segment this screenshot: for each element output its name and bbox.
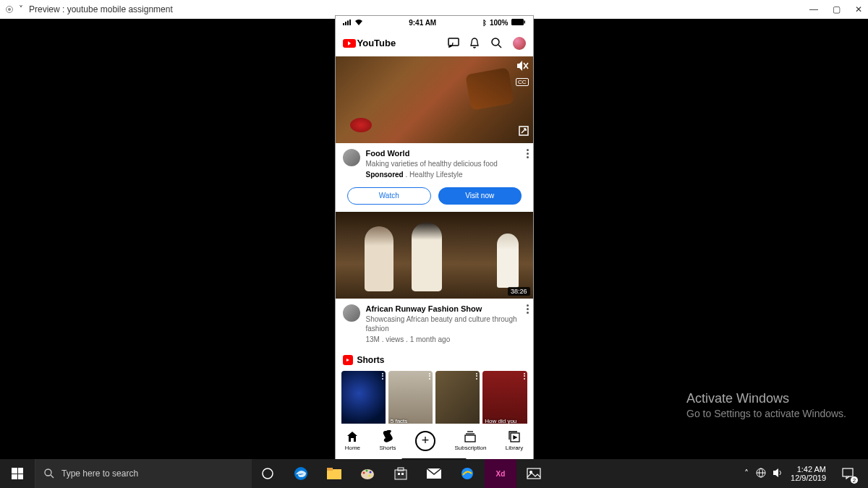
svg-rect-35 (527, 468, 540, 479)
svg-rect-21 (327, 468, 333, 471)
ie-button[interactable] (451, 459, 483, 488)
taskbar-search[interactable]: Type here to search (35, 459, 252, 488)
edge-button[interactable] (285, 459, 317, 488)
short-caption-2: 5 facts (391, 419, 430, 424)
short-menu-1[interactable] (382, 373, 383, 380)
ad-channel-name: Food World (366, 149, 526, 158)
ad-meta: Food World Making varieties of healthy d… (336, 143, 533, 184)
svg-rect-27 (395, 470, 407, 479)
short-menu-3[interactable] (476, 373, 477, 380)
battery-percent: 100% (490, 19, 509, 27)
svg-rect-6 (448, 38, 459, 46)
watermark-subtitle: Go to Settings to activate Windows. (686, 408, 846, 419)
bell-icon[interactable] (469, 38, 481, 49)
youtube-logo[interactable]: YouTube (343, 38, 396, 48)
phone-frame: 9:41 AM ᛒ 100% YouTube (335, 15, 534, 463)
notification-count: 2 (851, 476, 858, 484)
tray-time: 1:42 AM (791, 465, 826, 474)
nav-home[interactable]: Home (345, 430, 360, 451)
paint-button[interactable] (352, 459, 383, 488)
short-menu-4[interactable] (524, 373, 525, 380)
nav-home-label: Home (345, 445, 360, 451)
photos-button[interactable] (518, 459, 550, 488)
bottom-nav: Home Shorts + Subscription Library (336, 424, 533, 458)
store-button[interactable] (385, 459, 417, 488)
nav-library-label: Library (506, 445, 523, 451)
shorts-heading: Shorts (336, 349, 533, 368)
search-icon[interactable] (491, 38, 503, 49)
chevron-down-icon[interactable]: ˅ (19, 4, 23, 14)
minimize-button[interactable]: — (809, 4, 818, 14)
preview-canvas: 9:41 AM ᛒ 100% YouTube (0, 19, 868, 459)
watch-button[interactable]: Watch (347, 187, 432, 205)
network-icon[interactable] (756, 468, 766, 480)
short-menu-2[interactable] (429, 373, 430, 380)
cortana-button[interactable] (252, 459, 284, 488)
cc-icon[interactable]: CC (516, 78, 529, 86)
svg-rect-40 (843, 468, 853, 476)
video-menu-button[interactable] (527, 304, 529, 314)
short-item-3[interactable] (435, 371, 480, 424)
short-caption-4: How did you (485, 419, 524, 424)
nav-subscriptions[interactable]: Subscription (454, 430, 486, 451)
shorts-nav-icon (381, 430, 394, 443)
ad-description: Making varieties of healthy delicious fo… (366, 159, 526, 168)
tray-date: 12/9/2019 (791, 474, 826, 482)
windows-activation-watermark: Activate Windows Go to Settings to activ… (686, 391, 846, 419)
expand-icon[interactable] (519, 126, 529, 139)
taskbar: Type here to search Xd ˄ 1:42 AM 12/9/20… (0, 459, 868, 488)
video-description: Showcasing African beauty and culture th… (366, 314, 526, 333)
short-item-2[interactable]: 5 facts (388, 371, 433, 424)
nav-subs-label: Subscription (454, 445, 486, 451)
volume-icon[interactable] (773, 468, 783, 479)
svg-point-18 (263, 468, 273, 479)
youtube-feed[interactable]: CC Food World Making varieties of health… (336, 56, 533, 424)
file-explorer-button[interactable] (318, 459, 350, 488)
phone-status-bar: 9:41 AM ᛒ 100% (336, 16, 533, 30)
svg-point-7 (492, 38, 499, 46)
video-thumbnail[interactable]: 38:26 (336, 212, 533, 299)
mute-icon[interactable] (517, 61, 529, 74)
window-title: Preview : youtube mobile assignment (29, 4, 173, 14)
video-channel-avatar[interactable] (343, 304, 360, 322)
svg-point-24 (366, 470, 368, 472)
youtube-play-icon (343, 39, 356, 48)
svg-line-17 (51, 475, 54, 478)
profile-avatar[interactable] (513, 37, 526, 50)
nav-shorts[interactable]: Shorts (379, 430, 396, 451)
svg-rect-20 (327, 469, 341, 479)
start-button[interactable] (0, 459, 35, 488)
xd-button[interactable]: Xd (485, 459, 516, 488)
maximize-button[interactable]: ▢ (833, 4, 841, 14)
youtube-header: YouTube (336, 30, 533, 56)
bluetooth-icon: ᛒ (482, 19, 487, 27)
svg-text:Xd: Xd (496, 470, 506, 478)
status-time: 9:41 AM (409, 19, 436, 27)
nav-library[interactable]: Library (506, 430, 523, 451)
ad-sponsored-line: Sponsored . Healthy Lifestyle (366, 171, 526, 179)
ad-channel-avatar[interactable] (343, 149, 360, 166)
tray-chevron-icon[interactable]: ˄ (744, 468, 749, 479)
shorts-icon (343, 355, 353, 365)
short-item-1[interactable] (341, 371, 386, 424)
close-button[interactable]: ✕ (855, 4, 862, 14)
search-placeholder: Type here to search (61, 468, 138, 479)
ad-menu-button[interactable] (527, 149, 529, 158)
youtube-brand-text: YouTube (357, 38, 396, 48)
cast-icon[interactable] (448, 38, 459, 49)
svg-point-26 (369, 475, 371, 477)
svg-rect-30 (401, 473, 404, 475)
visit-now-button[interactable]: Visit now (438, 187, 522, 205)
svg-rect-3 (349, 20, 351, 25)
tray-clock[interactable]: 1:42 AM 12/9/2019 (791, 465, 826, 482)
create-button[interactable]: + (415, 431, 435, 451)
mail-button[interactable] (418, 459, 450, 488)
app-icon (6, 6, 13, 13)
short-item-4[interactable]: How did you (482, 371, 527, 424)
nav-shorts-label: Shorts (379, 445, 396, 451)
action-center-button[interactable]: 2 (833, 459, 862, 488)
svg-rect-5 (524, 21, 525, 24)
svg-rect-0 (343, 23, 344, 25)
ad-thumbnail[interactable]: CC (336, 56, 533, 143)
svg-line-8 (498, 45, 501, 48)
